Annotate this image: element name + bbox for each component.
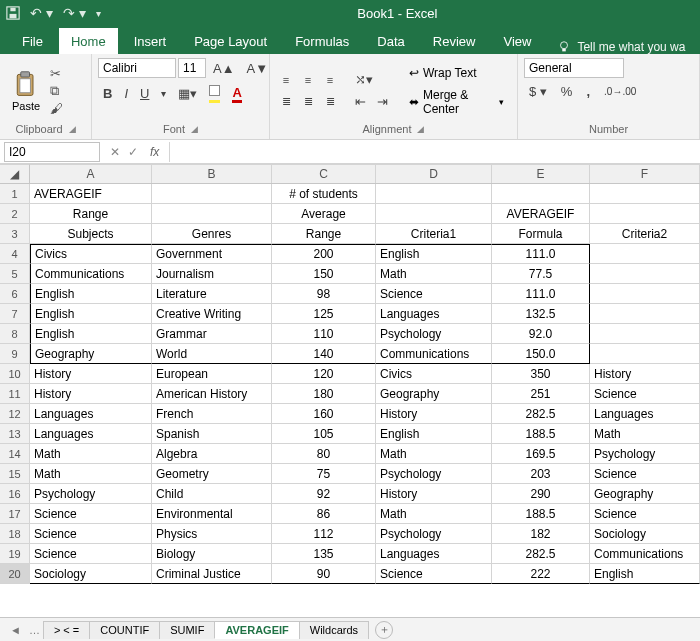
cell[interactable]: History — [590, 364, 700, 384]
cell[interactable]: American History — [152, 384, 272, 404]
cell[interactable]: 125 — [272, 304, 376, 324]
cell[interactable]: 90 — [272, 564, 376, 584]
alignment-launcher-icon[interactable]: ◢ — [417, 124, 424, 134]
cell[interactable]: 111.0 — [492, 244, 590, 264]
cell[interactable]: 140 — [272, 344, 376, 364]
undo-icon[interactable]: ↶ ▾ — [30, 5, 53, 21]
cell[interactable]: English — [30, 324, 152, 344]
font-color-button[interactable]: A — [227, 83, 246, 105]
cell[interactable]: Criteria2 — [590, 224, 700, 244]
ribbon-tab-view[interactable]: View — [491, 28, 543, 54]
row-header[interactable]: 7 — [0, 304, 30, 324]
cell[interactable]: Science — [30, 544, 152, 564]
cell[interactable]: AVERAGEIF — [492, 204, 590, 224]
redo-icon[interactable]: ↷ ▾ — [63, 5, 86, 21]
cell[interactable]: English — [376, 424, 492, 444]
cell[interactable]: 111.0 — [492, 284, 590, 304]
cell[interactable]: Geometry — [152, 464, 272, 484]
cell[interactable]: History — [376, 404, 492, 424]
row-header[interactable]: 11 — [0, 384, 30, 404]
row-header[interactable]: 19 — [0, 544, 30, 564]
column-header-A[interactable]: A — [30, 164, 152, 183]
cell[interactable]: Math — [30, 444, 152, 464]
cell[interactable]: Biology — [152, 544, 272, 564]
cell[interactable]: 188.5 — [492, 504, 590, 524]
align-center-icon[interactable]: ≣ — [298, 92, 318, 112]
row-header[interactable]: 1 — [0, 184, 30, 204]
cell[interactable]: Communications — [376, 344, 492, 364]
increase-decimal-icon[interactable]: .0→.00 — [599, 84, 641, 99]
cell[interactable]: History — [30, 364, 152, 384]
cell[interactable]: # of students — [272, 184, 376, 204]
cell[interactable]: 188.5 — [492, 424, 590, 444]
row-header[interactable]: 8 — [0, 324, 30, 344]
cell[interactable]: 92 — [272, 484, 376, 504]
cell[interactable]: Child — [152, 484, 272, 504]
cell[interactable] — [492, 184, 590, 204]
cut-icon[interactable]: ✂ — [50, 66, 63, 81]
cell[interactable]: Languages — [376, 544, 492, 564]
cell[interactable]: Criminal Justice — [152, 564, 272, 584]
cell[interactable] — [590, 264, 700, 284]
cell[interactable]: 75 — [272, 464, 376, 484]
cell[interactable]: 180 — [272, 384, 376, 404]
cell[interactable]: Psychology — [376, 464, 492, 484]
cell[interactable] — [590, 184, 700, 204]
paste-button[interactable]: Paste — [6, 70, 46, 112]
ribbon-tab-home[interactable]: Home — [59, 28, 118, 54]
cell[interactable]: French — [152, 404, 272, 424]
row-header[interactable]: 6 — [0, 284, 30, 304]
cell[interactable]: 200 — [272, 244, 376, 264]
row-header[interactable]: 20 — [0, 564, 30, 584]
cell[interactable] — [590, 304, 700, 324]
copy-icon[interactable]: ⧉ — [50, 83, 63, 99]
align-right-icon[interactable]: ≣ — [320, 92, 340, 112]
cell[interactable] — [590, 344, 700, 364]
decrease-indent-icon[interactable]: ⇤ — [350, 92, 370, 112]
format-painter-icon[interactable]: 🖌 — [50, 101, 63, 116]
column-header-D[interactable]: D — [376, 164, 492, 183]
cell[interactable]: 150.0 — [492, 344, 590, 364]
cell[interactable]: Science — [590, 464, 700, 484]
cell[interactable]: Government — [152, 244, 272, 264]
cell[interactable]: Range — [30, 204, 152, 224]
cell[interactable]: Science — [590, 384, 700, 404]
column-header-E[interactable]: E — [492, 164, 590, 183]
cell[interactable]: Criteria1 — [376, 224, 492, 244]
cell[interactable]: Sociology — [590, 524, 700, 544]
font-size-combo[interactable] — [178, 58, 206, 78]
cell[interactable]: Environmental — [152, 504, 272, 524]
cell[interactable]: 290 — [492, 484, 590, 504]
fill-color-button[interactable] — [204, 82, 225, 105]
row-header[interactable]: 12 — [0, 404, 30, 424]
cell[interactable]: Math — [376, 504, 492, 524]
row-header[interactable]: 4 — [0, 244, 30, 264]
cell[interactable]: 150 — [272, 264, 376, 284]
cell[interactable]: Grammar — [152, 324, 272, 344]
new-sheet-button[interactable]: ＋ — [375, 621, 393, 639]
cell[interactable]: Sociology — [30, 564, 152, 584]
row-header[interactable]: 5 — [0, 264, 30, 284]
formula-bar[interactable] — [169, 142, 700, 162]
cell[interactable]: Geography — [590, 484, 700, 504]
align-bottom-icon[interactable]: ≡ — [320, 70, 340, 90]
cell[interactable]: Math — [376, 444, 492, 464]
name-box[interactable] — [4, 142, 100, 162]
ribbon-tab-data[interactable]: Data — [365, 28, 416, 54]
cell[interactable]: Science — [376, 564, 492, 584]
cell[interactable]: English — [30, 284, 152, 304]
cell[interactable]: History — [30, 384, 152, 404]
cell[interactable]: English — [30, 304, 152, 324]
row-header[interactable]: 15 — [0, 464, 30, 484]
cell[interactable] — [152, 204, 272, 224]
cell[interactable]: Journalism — [152, 264, 272, 284]
cell[interactable]: 120 — [272, 364, 376, 384]
borders-button[interactable]: ▦▾ — [173, 84, 202, 103]
cell[interactable] — [152, 184, 272, 204]
underline-button[interactable]: U — [135, 84, 154, 103]
underline-dropdown-icon[interactable]: ▾ — [156, 86, 171, 101]
cell[interactable]: 132.5 — [492, 304, 590, 324]
sheet-tab[interactable]: Wildcards — [299, 621, 369, 639]
accounting-format-button[interactable]: $ ▾ — [524, 82, 552, 101]
cell[interactable]: Geography — [376, 384, 492, 404]
